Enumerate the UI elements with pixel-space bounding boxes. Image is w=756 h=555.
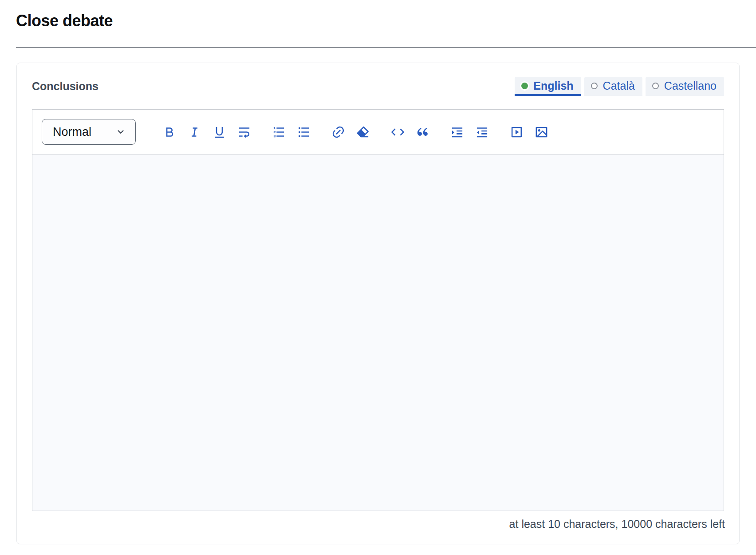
selected-radio-icon [521,83,528,89]
bold-icon [163,125,177,139]
conclusions-card: Conclusions English Català Castellano [16,63,740,544]
indent-group [445,122,494,142]
language-tab-label: Català [603,79,635,92]
unordered-list-icon [297,125,311,139]
card-header: Conclusions English Català Castellano [32,76,724,96]
unselected-radio-icon [591,83,598,89]
text-style-group [157,122,256,142]
bold-button[interactable] [157,122,182,142]
video-button[interactable] [504,122,529,142]
ordered-list-icon [272,125,286,139]
rich-text-editor: Normal [32,109,724,511]
link-group [326,122,375,142]
language-tab-catala[interactable]: Català [584,77,642,96]
paragraph-style-value: Normal [53,125,91,139]
editor-content-area[interactable] [32,155,724,511]
code-quote-group [385,122,435,142]
language-selector: English Català Castellano [515,77,724,96]
underline-button[interactable] [207,122,232,142]
ordered-list-button[interactable] [266,122,291,142]
link-icon [331,125,345,139]
text-wrap-button[interactable] [232,122,256,142]
image-icon [535,125,548,139]
chevron-down-icon [115,126,126,138]
text-wrap-icon [237,125,251,139]
indent-increase-button[interactable] [445,122,469,142]
media-group [504,122,554,142]
language-tab-label: Castellano [664,79,717,92]
code-icon [391,125,405,139]
language-tab-castellano[interactable]: Castellano [646,77,724,96]
indent-decrease-button[interactable] [469,122,494,142]
conclusions-field-label: Conclusions [32,80,98,93]
quote-icon [416,125,429,139]
link-button[interactable] [326,122,350,142]
close-debate-page: Close debate Conclusions English Català … [0,12,756,555]
toolbar-icon-groups [157,122,563,142]
indent-decrease-icon [475,125,489,139]
editor-toolbar: Normal [32,110,724,155]
clear-format-button[interactable] [350,122,375,142]
character-count-helper: at least 10 characters, 10000 characters… [32,518,725,531]
image-button[interactable] [529,122,554,142]
paragraph-style-dropdown[interactable]: Normal [42,119,136,145]
language-tab-label: English [533,79,573,92]
unordered-list-button[interactable] [291,122,316,142]
italic-button[interactable] [182,122,207,142]
title-divider [16,47,756,48]
code-button[interactable] [385,122,410,142]
list-group [266,122,316,142]
indent-increase-icon [450,125,464,139]
video-icon [510,125,524,139]
italic-icon [188,125,201,139]
page-title: Close debate [16,12,740,30]
blockquote-button[interactable] [410,122,435,142]
language-tab-english[interactable]: English [515,77,581,96]
underline-icon [213,125,226,139]
unselected-radio-icon [652,83,659,89]
eraser-icon [356,125,370,139]
